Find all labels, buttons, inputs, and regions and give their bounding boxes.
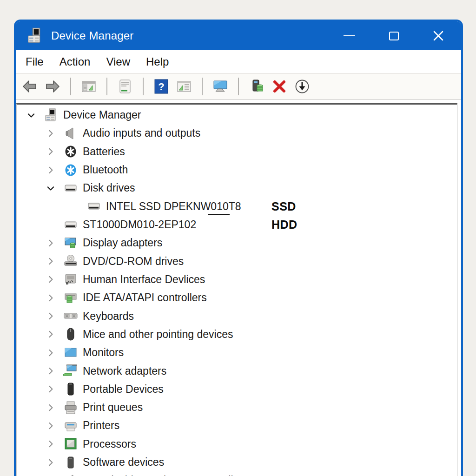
toolbar-separator [70,78,71,95]
tree-item-label: Processors [83,438,136,450]
menu-help[interactable]: Help [146,55,169,68]
menu-view[interactable]: View [106,55,130,68]
chevron-right-icon[interactable] [44,291,58,305]
help-icon: ? [153,79,169,94]
chevron-spacer [44,218,58,232]
dvd-drive-icon [63,254,78,269]
menu-action[interactable]: Action [60,55,91,68]
chevron-right-icon[interactable] [44,364,58,378]
chevron-right-icon[interactable] [44,309,58,323]
chevron-down-icon[interactable] [24,108,38,122]
tree-item[interactable]: Processors [17,435,457,453]
device-manager-icon [44,108,59,123]
tree-item-label: INTEL SSD DPEKNW010T8 [106,200,241,213]
forward-button[interactable] [44,78,61,95]
chevron-right-icon[interactable] [44,419,58,433]
scan-hardware-changes-icon [249,79,264,94]
chevron-right-icon[interactable] [44,236,58,250]
help-button[interactable]: ? [153,78,170,95]
computer-icon [212,79,228,94]
tree-item[interactable]: Printers [17,416,457,435]
tree-item-label: Printers [83,419,119,432]
tree-item[interactable]: Portable Devices [17,380,457,398]
tree-item[interactable]: Sound, video and game controllers [17,471,457,476]
chevron-right-icon[interactable] [44,126,58,140]
uninstall-device-icon [271,79,287,94]
tree-item[interactable]: Human Interface Devlices [17,271,457,289]
tree-item[interactable]: IDE ATA/ATAPI controllers [17,289,457,307]
chevron-right-icon[interactable] [44,346,58,360]
tree-item[interactable]: Batteries [17,143,457,161]
disable-device-button[interactable] [294,78,311,95]
show-console-tree-icon [81,79,97,94]
drive-type-badge: HDD [271,218,298,231]
customize-view-icon [176,79,192,94]
toolbar-separator [238,78,239,95]
menu-file[interactable]: File [26,55,44,68]
tree-item[interactable]: Device Manager [17,106,457,124]
scan-hardware-changes-button[interactable] [248,78,265,95]
bluetooth-icon [63,163,78,178]
tree-item[interactable]: Network adapters [17,362,457,380]
chevron-right-icon[interactable] [44,327,58,341]
maximize-button[interactable] [388,30,400,42]
keyboard-icon [63,309,78,324]
tree-item-label: Network adapters [83,365,166,377]
svg-text:?: ? [158,81,164,93]
tree-item-label: Sound, video and game controllers [83,474,248,476]
tree-item-label: Software devices [83,456,164,469]
tree-item[interactable]: Print queues [17,398,457,416]
properties-button[interactable] [117,78,133,95]
underline-artifact [208,214,230,215]
chevron-right-icon[interactable] [44,456,58,469]
tree-item-label: Mice and other pointing devices [83,328,233,341]
back-button[interactable] [21,78,38,95]
window-controls [343,21,444,50]
tree-item[interactable]: Audio inputs and outputs [17,124,457,142]
chevron-right-icon[interactable] [44,145,58,159]
minimize-button[interactable] [343,30,355,42]
tree-item[interactable]: Software devices [17,453,457,471]
mouse-icon [63,327,78,342]
device-tree[interactable]: Device ManagerAudio inputs and outputsBa… [16,103,457,476]
tree-item[interactable]: Disk drives [17,179,457,197]
processor-icon [63,436,78,451]
chevron-right-icon[interactable] [44,272,58,286]
tree-item[interactable]: ST1000DM010-2EP102HDD [17,216,457,234]
chevron-right-icon[interactable] [44,254,58,268]
tree-item-label: ST1000DM010-2EP102 [83,218,196,231]
close-button[interactable] [432,30,444,42]
disk-drive-icon [63,181,78,196]
close-icon [432,30,444,42]
tree-item[interactable]: Keyboards [17,307,457,325]
printer-icon [63,418,78,433]
tree-item-label: Display adapters [83,237,162,249]
device-manager-icon [26,27,44,45]
hid-icon [63,272,78,287]
toolbar-separator [106,78,107,95]
tree-item[interactable]: Monitors [17,344,457,362]
tree-item[interactable]: DVD/CD-ROM drives [17,252,457,271]
portable-device-icon [63,382,78,397]
show-console-tree-button[interactable] [80,78,97,95]
uninstall-device-button[interactable] [271,78,288,95]
computer-button[interactable] [212,78,229,95]
chevron-right-icon[interactable] [44,437,58,451]
customize-view-button[interactable] [176,78,192,95]
tree-item[interactable]: Mice and other pointing devices [17,325,457,344]
tree-item-label: Device Manager [63,109,141,121]
tree-item[interactable]: Bluetooth [17,161,457,179]
network-adapter-icon [63,364,78,378]
chevron-spacer [67,199,81,213]
titlebar[interactable]: Device Manager [16,21,461,50]
device-manager-window: Device Manager File Action View Help ? D… [14,20,463,476]
tree-item[interactable]: INTEL SSD DPEKNW010T8SSD [17,198,457,216]
chevron-down-icon[interactable] [44,181,58,195]
chevron-right-icon[interactable] [44,382,58,396]
tree-item[interactable]: Display adapters [17,234,457,252]
speaker-icon [63,473,78,476]
chevron-right-icon[interactable] [44,163,58,177]
properties-icon [117,79,133,94]
chevron-right-icon[interactable] [44,474,58,476]
chevron-right-icon[interactable] [44,401,58,415]
